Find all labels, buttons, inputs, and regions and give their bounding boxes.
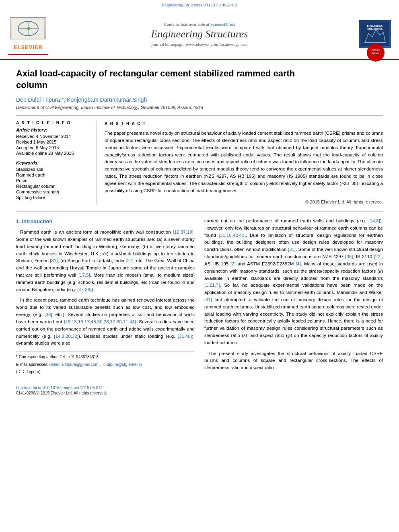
page-footer: http://dx.doi.org/10.1016/j.engstruct.20… bbox=[0, 383, 399, 398]
authors-line: Deb Dulal Tripura *, Konjengbam Darunkum… bbox=[16, 97, 383, 103]
doi-link[interactable]: http://dx.doi.org/10.1016/j.engstruct.20… bbox=[16, 386, 383, 390]
ref-12-37-19: [12,37,19] bbox=[173, 230, 193, 234]
history-label: Article history: bbox=[16, 127, 90, 132]
author-names: Deb Dulal Tripura *, Konjengbam Darunkum… bbox=[16, 97, 147, 103]
abstract-panel: A B S T R A C T The paper presents a nov… bbox=[105, 121, 383, 205]
keyword-5: Compressive strength bbox=[16, 189, 90, 194]
svg-text:Cross: Cross bbox=[372, 49, 380, 51]
copyright-line: © 2015 Elsevier Ltd. All rights reserved… bbox=[105, 199, 383, 205]
article-info-abstract: A R T I C L E I N F O Article history: R… bbox=[16, 115, 383, 205]
svg-text:STRUCTURES: STRUCTURES bbox=[367, 28, 383, 30]
elsevier-graphic: 🌿 bbox=[10, 17, 46, 39]
body-left-col: 1. Introduction Rammed earth is an ancie… bbox=[16, 218, 195, 375]
article-container: Axial load-capacity of rectangular cemen… bbox=[0, 60, 399, 383]
intro-para-2: In the recent past, rammed earth techniq… bbox=[16, 297, 195, 347]
abstract-heading: A B S T R A C T bbox=[105, 121, 383, 127]
body-content: 1. Introduction Rammed earth is an ancie… bbox=[16, 212, 383, 375]
article-info-heading: A R T I C L E I N F O bbox=[16, 121, 90, 125]
svg-rect-9 bbox=[364, 42, 386, 43]
footnote-email: E-mail addresses: debdulaltripura@gmail.… bbox=[16, 362, 195, 368]
journal-homepage: journal homepage: www.elsevier.com/locat… bbox=[52, 42, 347, 47]
accepted-date: Accepted 8 May 2015 bbox=[16, 145, 90, 150]
issn-line: 0141-0296/© 2015 Elsevier Ltd. All right… bbox=[16, 391, 383, 395]
journal-header: 🌿 ELSEVIER Contents lists available at S… bbox=[0, 9, 399, 60]
footnote-email2[interactable]: d.tripura@iitg.ernet.in bbox=[103, 362, 142, 367]
contents-line: Contents lists available at ScienceDirec… bbox=[52, 22, 347, 27]
journal-citation: Engineering Structures 99 (2015) 402–412 bbox=[162, 2, 237, 7]
keyword-4: Rectangular column bbox=[16, 184, 90, 189]
available-date: Available online 23 May 2015 bbox=[16, 151, 90, 156]
journal-bar: Engineering Structures 99 (2015) 402–412 bbox=[0, 0, 399, 9]
intro-para-1: Rammed earth is an ancient form of monol… bbox=[16, 229, 195, 293]
crossmark-badge: Cross Mark bbox=[367, 44, 387, 64]
body-columns: 1. Introduction Rammed earth is an ancie… bbox=[16, 218, 383, 375]
footnote-dd: (D.D. Tripura). bbox=[16, 369, 195, 375]
body-right-col: carried out on the performance of rammed… bbox=[204, 218, 383, 375]
crossmark-icon: Cross Mark bbox=[367, 44, 385, 62]
footnote-area: * Corresponding author. Tel.: +91 943613… bbox=[16, 351, 195, 375]
abstract-text: The paper presents a novel study on stru… bbox=[105, 130, 383, 194]
svg-text:ENGINEERING: ENGINEERING bbox=[367, 25, 383, 27]
journal-center: Contents lists available at ScienceDirec… bbox=[52, 22, 347, 47]
elsevier-wordmark: ELSEVIER bbox=[14, 44, 43, 50]
received-date: Received 4 November 2014 bbox=[16, 134, 90, 139]
journal-title: Engineering Structures bbox=[52, 28, 347, 40]
revised-date: Revised 1 May 2015 bbox=[16, 140, 90, 144]
elsevier-logo-area: 🌿 ELSEVIER bbox=[8, 13, 48, 55]
article-title: Axial load-capacity of rectangular cemen… bbox=[16, 68, 298, 91]
keyword-1: Stabilized soil bbox=[16, 167, 90, 172]
keyword-3: Prism bbox=[16, 178, 90, 183]
affiliation: Department of Civil Engineering, Indian … bbox=[16, 105, 383, 110]
keyword-6: Splitting failure bbox=[16, 195, 90, 200]
keywords-section: Keywords: Stabilized soil Rammed earth P… bbox=[16, 160, 90, 200]
footnote-star: * Corresponding author. Tel.: +91 943613… bbox=[16, 354, 195, 360]
keywords-label: Keywords: bbox=[16, 160, 90, 165]
svg-text:🌿: 🌿 bbox=[26, 27, 30, 31]
sciencedirect-link[interactable]: ScienceDirect bbox=[210, 22, 235, 27]
article-info-panel: A R T I C L E I N F O Article history: R… bbox=[16, 121, 97, 205]
intro-para-3: carried out on the performance of rammed… bbox=[204, 218, 383, 347]
intro-para-4: The present study investigates the struc… bbox=[204, 350, 383, 372]
keyword-2: Rammed earth bbox=[16, 173, 90, 177]
footnote-email1[interactable]: debdulaltripura@gmail.com bbox=[49, 362, 99, 367]
svg-text:Mark: Mark bbox=[372, 52, 379, 55]
section-1-title: 1. Introduction bbox=[16, 218, 195, 226]
